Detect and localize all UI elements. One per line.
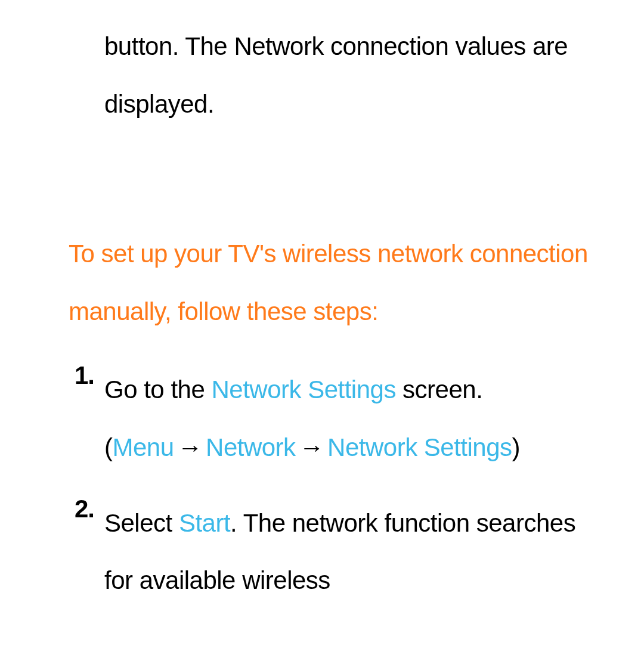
step-content: Select Start. The network function searc…	[104, 495, 608, 610]
link-start[interactable]: Start	[179, 509, 230, 537]
document-page: button. The Network connection values ar…	[0, 0, 644, 610]
link-network-settings[interactable]: Network Settings	[211, 375, 395, 404]
step-number: 1.	[75, 361, 104, 476]
nav-network[interactable]: Network	[206, 433, 296, 461]
steps-list: 1. Go to the Network Settings screen. (M…	[69, 361, 608, 609]
step-text: Select	[104, 509, 179, 537]
step-number: 2.	[75, 495, 104, 610]
arrow-icon: →	[178, 433, 203, 461]
nav-network-settings[interactable]: Network Settings	[327, 433, 512, 461]
arrow-icon: →	[299, 433, 324, 461]
step-text: Go to the	[104, 375, 211, 404]
top-paragraph: button. The Network connection values ar…	[69, 18, 608, 133]
section-heading: To set up your TV's wireless network con…	[69, 225, 608, 340]
step-item: 2. Select Start. The network function se…	[75, 495, 608, 610]
step-item: 1. Go to the Network Settings screen. (M…	[75, 361, 608, 476]
nav-menu[interactable]: Menu	[113, 433, 174, 461]
step-text: )	[512, 433, 521, 461]
step-content: Go to the Network Settings screen. (Menu…	[104, 361, 608, 476]
